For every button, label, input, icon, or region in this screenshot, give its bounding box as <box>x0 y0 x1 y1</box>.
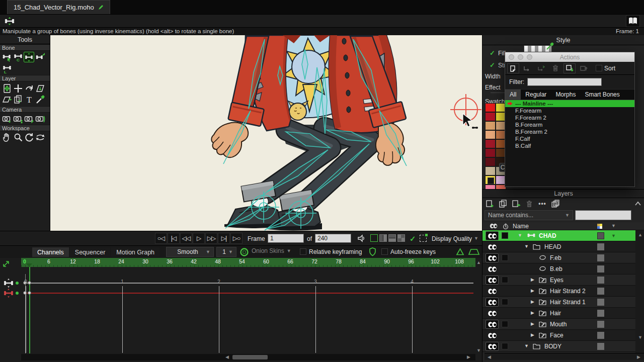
layer-visibility-eyes-icon[interactable] <box>486 309 499 318</box>
document-tab[interactable]: 15_Chad_Vector_Rig.moho <box>7 0 110 14</box>
layers-vertical-scrollbar[interactable]: ▲ ▼ <box>635 230 644 353</box>
layers-horizontal-scrollbar[interactable]: ◀ ▶ <box>485 353 644 360</box>
rotate-workspace-tool[interactable] <box>24 132 34 142</box>
action-item[interactable]: --- Mainline --- <box>505 100 634 107</box>
add-keyframe-icon[interactable] <box>456 248 464 256</box>
layer-stack-button[interactable] <box>550 199 561 208</box>
layer-row[interactable]: ▶Hair Strand 2 <box>482 286 635 297</box>
tab-all[interactable]: All <box>505 89 521 100</box>
minimize-window-button[interactable] <box>518 54 523 60</box>
filter-input[interactable] <box>527 78 602 86</box>
scroll-left-arrow[interactable]: ◀ <box>488 354 491 359</box>
more-layer-options-button[interactable]: ••• <box>537 199 548 208</box>
scroll-up-arrow[interactable]: ▲ <box>638 232 642 237</box>
layer-visibility-eyes-icon[interactable] <box>486 264 499 274</box>
select-bone-tool[interactable] <box>2 52 12 62</box>
go-to-end-button[interactable]: ▷| <box>218 233 230 244</box>
layer-color-swatch[interactable] <box>597 277 604 284</box>
layer-row[interactable]: F.eb <box>482 252 635 263</box>
selection-bounds-icon[interactable] <box>420 235 427 242</box>
cycle-keyframe-icon[interactable] <box>468 248 480 256</box>
workspace-canvas[interactable] <box>50 35 482 231</box>
scroll-right-arrow[interactable]: ▶ <box>467 354 470 359</box>
layer-visibility-eyes-icon[interactable] <box>486 331 499 340</box>
frame-ruler[interactable]: 06121824303642485460667278849096102108 <box>21 258 475 267</box>
action-item[interactable]: F.Forearm <box>505 107 634 114</box>
scroll-thumb[interactable] <box>232 355 268 359</box>
action-item[interactable]: F.Forearm 2 <box>505 114 634 121</box>
scroll-right-arrow[interactable]: ▶ <box>637 354 640 359</box>
step-forward-button[interactable]: ▷▷ <box>205 233 217 244</box>
jump-next-keyframe-button[interactable]: ▷○ <box>230 233 243 244</box>
timeline-scroll-up-arrow[interactable]: ▲ <box>476 260 481 265</box>
layer-color-swatch[interactable] <box>597 288 604 295</box>
layer-row[interactable]: B.eb <box>482 263 635 275</box>
delete-action-button[interactable] <box>549 63 561 73</box>
audio-mute-icon[interactable] <box>357 234 366 243</box>
zoom-camera-tool[interactable] <box>13 114 23 124</box>
color-swatch[interactable] <box>485 112 496 121</box>
timeline-horizontal-scrollbar[interactable]: ◀ ▶ <box>21 354 475 360</box>
layer-color-swatch[interactable] <box>597 343 604 350</box>
timeline-body[interactable]: 01234 <box>0 267 482 353</box>
roll-camera-tool[interactable] <box>24 114 34 124</box>
action-item[interactable]: B.Calf <box>505 142 634 149</box>
layer-animation-checkbox[interactable] <box>502 277 508 283</box>
rotate-layer-tool[interactable] <box>24 83 34 94</box>
skew-layer-tool[interactable] <box>2 94 12 105</box>
keyframe-dot[interactable] <box>28 281 31 285</box>
expand-arrow-right[interactable]: ▶ <box>531 332 534 337</box>
tab-sequencer[interactable]: Sequencer <box>70 247 110 257</box>
layer-color-swatch[interactable] <box>597 332 604 339</box>
keyframe-shield-icon[interactable] <box>369 247 376 256</box>
activate-action-button[interactable] <box>564 63 576 73</box>
style-eyedropper-icon[interactable] <box>546 42 554 50</box>
advanced-checkbox[interactable] <box>488 177 494 184</box>
exit-action-button[interactable] <box>578 63 590 73</box>
new-layer-button[interactable] <box>485 199 496 208</box>
layer-visibility-eyes-icon[interactable] <box>486 342 499 351</box>
layer-color-swatch[interactable] <box>597 265 604 273</box>
tab-channels[interactable]: Channels <box>32 247 69 257</box>
playhead-line[interactable] <box>29 267 30 353</box>
layer-row[interactable]: ▶Hair Strand 1 <box>482 297 635 308</box>
layer-visibility-eyes-icon[interactable] <box>486 253 499 262</box>
orbit-workspace-tool[interactable] <box>35 132 45 142</box>
layer-visibility-eyes-icon[interactable] <box>486 320 499 329</box>
insert-copy-button[interactable] <box>535 63 547 73</box>
child-bone-tool[interactable]: C <box>13 52 23 62</box>
layer-search-mode-dropdown[interactable]: Name contains... ▼ <box>485 210 573 220</box>
layer-row[interactable]: ▼BODY <box>482 341 635 352</box>
action-item[interactable]: B.Forearm <box>505 121 634 128</box>
layer-row[interactable]: ▼CHAD▼ <box>482 230 635 241</box>
rows-view-button[interactable] <box>388 234 396 242</box>
color-swatch[interactable] <box>485 148 496 157</box>
fill-checkbox[interactable]: ✓ <box>490 49 495 57</box>
interpolation-dropdown[interactable]: Smooth ▼ <box>166 247 214 257</box>
play-button[interactable]: ▷ <box>193 233 205 244</box>
layer-color-swatch[interactable] <box>597 243 604 250</box>
zoom-window-button[interactable] <box>527 54 532 60</box>
keyframe-dot[interactable] <box>28 291 31 295</box>
layer-visibility-eyes-icon[interactable] <box>486 231 499 240</box>
bone-strength-tool[interactable] <box>35 52 45 62</box>
onion-skin-icon[interactable] <box>239 247 249 257</box>
actions-window[interactable]: Actions Sort Filter: All Regular Morphs … <box>505 52 635 187</box>
quad-view-button[interactable] <box>397 234 405 242</box>
add-point-tool[interactable] <box>13 83 23 94</box>
relative-keyframing-checkbox[interactable] <box>300 248 306 255</box>
tab-regular[interactable]: Regular <box>521 89 551 100</box>
color-filter-arrow[interactable]: ▼ <box>611 223 616 228</box>
display-quality-arrow[interactable]: ▼ <box>474 236 478 241</box>
color-swatch[interactable] <box>485 103 496 112</box>
zoom-workspace-tool[interactable] <box>13 132 23 142</box>
jump-prev-keyframe-button[interactable]: ○◁ <box>155 233 167 244</box>
color-swatch[interactable] <box>485 139 496 148</box>
layer-row[interactable]: ▶Hair <box>482 308 635 319</box>
layer-row[interactable]: ▼HEAD <box>482 241 635 252</box>
step-dropdown[interactable]: 1 ▼ <box>216 247 236 257</box>
layer-visibility-eyes-icon[interactable] <box>486 276 499 285</box>
action-item[interactable]: F.Calf <box>505 135 634 142</box>
timeline-scroll-down-arrow[interactable]: ▼ <box>476 348 481 353</box>
sort-checkbox[interactable] <box>596 65 602 71</box>
